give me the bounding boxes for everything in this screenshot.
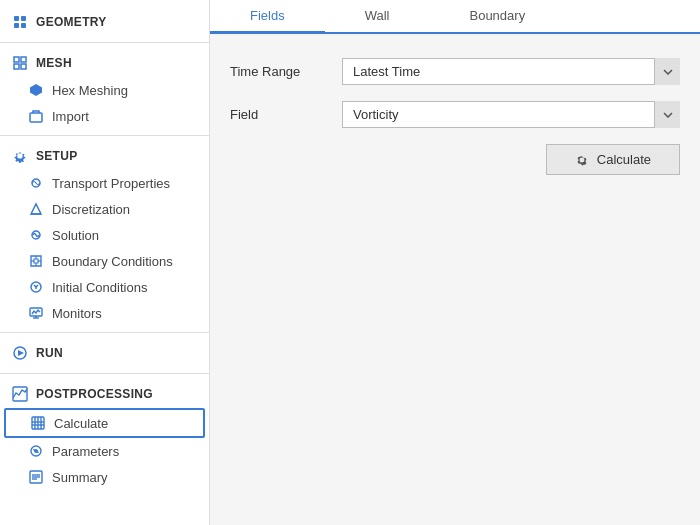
initial-conditions-icon bbox=[28, 279, 44, 295]
discretization-icon bbox=[28, 201, 44, 217]
sidebar-item-calculate[interactable]: Calculate bbox=[4, 408, 205, 438]
boundary-conditions-label: Boundary Conditions bbox=[52, 254, 173, 269]
sidebar-item-solution[interactable]: Solution bbox=[0, 222, 209, 248]
sidebar-item-initial-conditions[interactable]: Initial Conditions bbox=[0, 274, 209, 300]
svg-rect-6 bbox=[14, 64, 19, 69]
svg-rect-3 bbox=[21, 23, 26, 28]
import-icon bbox=[28, 108, 44, 124]
boundary-conditions-icon bbox=[28, 253, 44, 269]
solution-label: Solution bbox=[52, 228, 99, 243]
tab-wall[interactable]: Wall bbox=[325, 0, 430, 34]
calculate-icon bbox=[30, 415, 46, 431]
sidebar-item-summary[interactable]: Summary bbox=[0, 464, 209, 490]
field-select[interactable]: Vorticity Pressure Velocity bbox=[342, 101, 680, 128]
svg-rect-7 bbox=[21, 64, 26, 69]
time-range-label: Time Range bbox=[230, 64, 330, 79]
sidebar-hex-meshing-label: Hex Meshing bbox=[52, 83, 128, 98]
svg-rect-5 bbox=[21, 57, 26, 62]
setup-icon bbox=[12, 148, 28, 164]
field-select-wrapper: Vorticity Pressure Velocity bbox=[342, 101, 680, 128]
time-range-select-wrapper: Latest Time All Times bbox=[342, 58, 680, 85]
divider-mesh bbox=[0, 135, 209, 136]
transport-properties-label: Transport Properties bbox=[52, 176, 170, 191]
calculate-label: Calculate bbox=[54, 416, 108, 431]
calculate-row: Calculate bbox=[230, 144, 680, 175]
sidebar-item-parameters[interactable]: Parameters bbox=[0, 438, 209, 464]
sidebar-item-discretization[interactable]: Discretization bbox=[0, 196, 209, 222]
transport-icon bbox=[28, 175, 44, 191]
sidebar-item-import[interactable]: Import bbox=[0, 103, 209, 129]
hex-meshing-icon bbox=[28, 82, 44, 98]
sidebar-postprocessing-label: POSTPROCESSING bbox=[36, 387, 153, 401]
divider-geometry bbox=[0, 42, 209, 43]
monitors-icon bbox=[28, 305, 44, 321]
solution-icon bbox=[28, 227, 44, 243]
time-range-row: Time Range Latest Time All Times bbox=[230, 58, 680, 85]
mesh-icon bbox=[12, 55, 28, 71]
fields-content: Time Range Latest Time All Times Field V… bbox=[210, 34, 700, 525]
svg-rect-2 bbox=[14, 23, 19, 28]
sidebar-item-monitors[interactable]: Monitors bbox=[0, 300, 209, 326]
sidebar-item-boundary-conditions[interactable]: Boundary Conditions bbox=[0, 248, 209, 274]
divider-run bbox=[0, 373, 209, 374]
sidebar-mesh-label: MESH bbox=[36, 56, 72, 70]
calculate-gear-icon bbox=[575, 153, 589, 167]
sidebar: GEOMETRY MESH Hex Meshing I bbox=[0, 0, 210, 525]
calculate-button[interactable]: Calculate bbox=[546, 144, 680, 175]
tab-boundary[interactable]: Boundary bbox=[429, 0, 565, 34]
postprocessing-icon bbox=[12, 386, 28, 402]
time-range-select[interactable]: Latest Time All Times bbox=[342, 58, 680, 85]
sidebar-item-transport-properties[interactable]: Transport Properties bbox=[0, 170, 209, 196]
initial-conditions-label: Initial Conditions bbox=[52, 280, 147, 295]
sidebar-geometry-label: GEOMETRY bbox=[36, 15, 107, 29]
sidebar-section-setup[interactable]: SETUP bbox=[0, 142, 209, 170]
sidebar-run-label: RUN bbox=[36, 346, 63, 360]
main-content: Fields Wall Boundary Time Range Latest T… bbox=[210, 0, 700, 525]
monitors-label: Monitors bbox=[52, 306, 102, 321]
svg-point-32 bbox=[35, 450, 37, 452]
tab-fields[interactable]: Fields bbox=[210, 0, 325, 34]
svg-rect-0 bbox=[14, 16, 19, 21]
svg-marker-8 bbox=[30, 84, 42, 96]
parameters-icon bbox=[28, 443, 44, 459]
divider-setup bbox=[0, 332, 209, 333]
sidebar-section-mesh[interactable]: MESH bbox=[0, 49, 209, 77]
sidebar-setup-label: SETUP bbox=[36, 149, 78, 163]
sidebar-import-label: Import bbox=[52, 109, 89, 124]
field-row: Field Vorticity Pressure Velocity bbox=[230, 101, 680, 128]
sidebar-section-geometry[interactable]: GEOMETRY bbox=[0, 8, 209, 36]
svg-rect-1 bbox=[21, 16, 26, 21]
svg-rect-9 bbox=[30, 113, 42, 122]
geometry-icon bbox=[12, 14, 28, 30]
summary-icon bbox=[28, 469, 44, 485]
run-icon bbox=[12, 345, 28, 361]
discretization-label: Discretization bbox=[52, 202, 130, 217]
svg-rect-4 bbox=[14, 57, 19, 62]
svg-marker-23 bbox=[18, 350, 24, 356]
field-label: Field bbox=[230, 107, 330, 122]
sidebar-section-postprocessing[interactable]: POSTPROCESSING bbox=[0, 380, 209, 408]
sidebar-section-run[interactable]: RUN bbox=[0, 339, 209, 367]
parameters-label: Parameters bbox=[52, 444, 119, 459]
calculate-button-label: Calculate bbox=[597, 152, 651, 167]
summary-label: Summary bbox=[52, 470, 108, 485]
tab-bar: Fields Wall Boundary bbox=[210, 0, 700, 34]
sidebar-item-hex-meshing[interactable]: Hex Meshing bbox=[0, 77, 209, 103]
